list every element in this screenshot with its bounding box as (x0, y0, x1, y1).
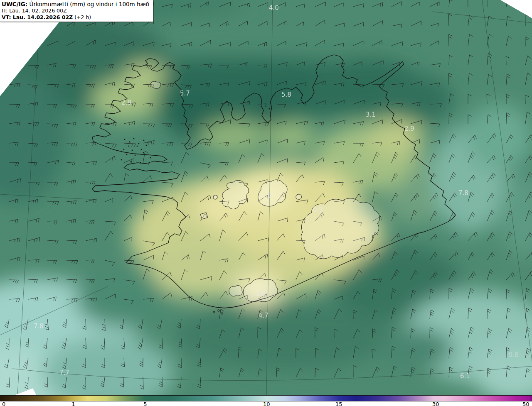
value-label: 5.8 (281, 91, 291, 98)
value-label: 4.0 (269, 4, 279, 12)
value-label: 1.0 (262, 192, 272, 199)
value-label: 7.8 (458, 189, 468, 197)
colorbar-ticks: 01510153050 (0, 401, 532, 406)
value-label: 5.7 (180, 90, 190, 97)
value-label: 2.8 (121, 99, 131, 106)
value-label: 4.7 (259, 312, 268, 319)
product-id: UWC/IG: (2, 1, 27, 7)
colorbar-gradient (0, 395, 532, 401)
calm-wind-marker (213, 195, 217, 199)
colorbar-tick-label: 0 (2, 401, 5, 406)
colorbar-tick-label: 15 (335, 401, 342, 406)
valid-time-line: VT: Lau. 14.02.2026 02Z (+2 h) (2, 14, 149, 20)
value-label: 0.9 (313, 206, 323, 213)
map-title-line: UWC/IG: Úrkomumætti (mm) og vindur i 100… (2, 1, 149, 7)
value-label: 3.1 (366, 111, 376, 118)
value-label: 7.7 (59, 369, 69, 377)
value-label: 2.9 (404, 125, 414, 132)
colorbar: 01510153050 (0, 395, 532, 406)
colorbar-tick-label: 5 (143, 401, 147, 406)
precipitation-wind-map: 4.06.25.75.82.83.12.97.81.00.91.04.77.87… (0, 0, 532, 406)
map-title: Úrkomumætti (mm) og vindur i 100m hæð (30, 1, 150, 7)
colorbar-tick-label: 50 (522, 401, 530, 406)
map-legend-box: UWC/IG: Úrkomumætti (mm) og vindur i 100… (0, 0, 153, 22)
valid-time: VT: Lau. 14.02.2026 02Z (2, 14, 73, 20)
value-label: 1.0 (256, 290, 266, 298)
colorbar-tick-label: 1 (71, 401, 75, 406)
value-label: 6.1 (460, 372, 470, 380)
colorbar-tick-label: 30 (432, 401, 439, 406)
valid-time-offset: (+2 h) (74, 14, 91, 20)
value-label: 9.8 (509, 351, 519, 359)
weather-map-page: 4.06.25.75.82.83.12.97.81.00.91.04.77.87… (0, 0, 532, 406)
colorbar-tick-label: 10 (263, 401, 270, 406)
value-label: 7.8 (34, 323, 44, 330)
value-label: 6.2 (15, 38, 25, 46)
init-time: IT: Lau. 14. 02. 2026 00Z (2, 7, 149, 14)
